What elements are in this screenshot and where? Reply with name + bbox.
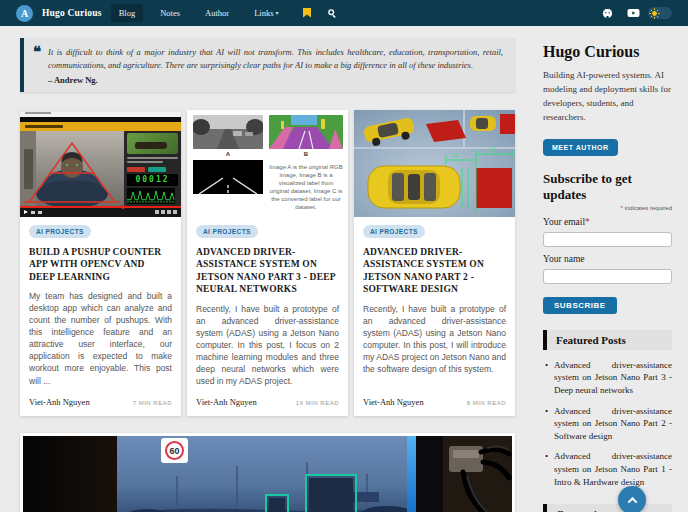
player-settings-icons[interactable] [155, 210, 177, 214]
dim-label-l2: L2 [489, 146, 496, 152]
post-card-pushup: 00012 [20, 110, 181, 417]
post-card-adas-part2: L1 L2 AI PROJECTS ADVANCED DRIVER-ASSIST… [354, 110, 515, 417]
bookmark-icon[interactable] [302, 8, 312, 18]
sidebar-site-title: Hugo Curious [543, 43, 672, 61]
nav-item-author[interactable]: Author [197, 4, 237, 22]
post-title[interactable]: ADVANCED DRIVER-ASSISTANCE SYSTEM ON JET… [363, 246, 506, 296]
post-card-traffic: 60 [20, 433, 515, 512]
image-b-label: B [304, 151, 308, 157]
read-time: 7 MIN READ [133, 400, 172, 406]
featured-posts-heading: Featured Posts [543, 330, 672, 350]
nav-item-blog[interactable]: Blog [111, 4, 144, 22]
read-time: 16 MIN READ [296, 400, 339, 406]
post-card-adas-part3: A [187, 110, 348, 417]
rgb-image [193, 115, 263, 149]
post-author: Viet-Anh Nguyen [196, 397, 257, 407]
dataset-quadrants: A [187, 110, 348, 217]
featured-post-link[interactable]: Advanced driver-assistance system on Jet… [545, 450, 672, 488]
monitor-bezel [23, 436, 117, 512]
post-thumbnail-pushup-video[interactable]: 00012 [20, 110, 181, 217]
subscribe-heading: Subscribe to get updates [543, 171, 672, 203]
post-thumbnail-traffic[interactable]: 60 [23, 436, 512, 512]
post-excerpt: My team has designed and built a desktop… [29, 290, 172, 387]
post-author: Viet-Anh Nguyen [363, 397, 424, 407]
categories-heading: Categories [543, 504, 672, 512]
app-title-banner [20, 122, 181, 131]
name-field[interactable] [543, 269, 672, 284]
nav-item-notes[interactable]: Notes [152, 4, 188, 22]
dataset-caption: Image A is the original RGB image, Image… [269, 163, 343, 212]
post-excerpt: Recently, I have built a prototype of an… [196, 303, 339, 387]
signal-waveform [127, 188, 175, 204]
post-thumbnail-dataset[interactable]: A [187, 110, 348, 217]
quote-icon: ❝ [33, 46, 41, 85]
post-excerpt: Recently, I have built a prototype of an… [363, 303, 506, 375]
pushup-app-window: 00012 [20, 110, 181, 217]
featured-posts-list: Advanced driver-assistance system on Jet… [545, 359, 672, 488]
brand-title[interactable]: Hugo Curious [42, 8, 102, 18]
subscribe-button[interactable]: SUBSCRIBE [543, 297, 617, 314]
speed-limit-value: 60 [169, 446, 179, 456]
play-icon[interactable] [24, 210, 28, 214]
chevron-down-icon: ▾ [276, 10, 279, 16]
app-side-panel: 00012 [124, 131, 181, 206]
nav-links-label: Links [254, 8, 273, 18]
detection-box-car [265, 494, 289, 512]
quote-text: It is difficult to think of a major indu… [48, 46, 503, 72]
traffic-screen: 60 [117, 436, 410, 512]
quote-author: – Andrew Ng. [48, 75, 503, 85]
sidebar: Hugo Curious Building AI-powered systems… [543, 38, 672, 512]
site-logo[interactable]: A [16, 5, 33, 22]
main-column: ❝ It is difficult to think of a major in… [20, 38, 515, 512]
led-light-strip [407, 436, 416, 512]
sidebar-description: Building AI-powered systems. AI modeling… [543, 69, 672, 125]
post-title[interactable]: BUILD A PUSHUP COUNTER APP WITH OPENCV A… [29, 246, 172, 284]
name-label: Your name [543, 254, 672, 264]
youtube-icon[interactable] [627, 8, 640, 18]
logo-letter: A [21, 8, 28, 19]
quote-block: ❝ It is difficult to think of a major in… [20, 38, 515, 92]
featured-post-link[interactable]: Advanced driver-assistance system on Jet… [545, 405, 672, 443]
post-title[interactable]: ADVANCED DRIVER-ASSISTANCE SYSTEM ON JET… [196, 246, 339, 296]
volume-icon[interactable] [38, 211, 42, 214]
category-tag[interactable]: AI PROJECTS [196, 225, 258, 238]
post-author: Viet-Anh Nguyen [29, 397, 90, 407]
github-icon[interactable] [602, 8, 613, 19]
image-a-label: A [226, 151, 230, 157]
featured-post-link[interactable]: Advanced driver-assistance system on Jet… [545, 359, 672, 397]
next-icon[interactable] [31, 211, 35, 214]
required-note: * indicates required [543, 205, 672, 211]
instruction-image [127, 133, 178, 155]
detection-box-truck [305, 474, 357, 512]
read-time: 8 MIN READ [467, 400, 506, 406]
post-thumbnail-car-sim[interactable]: L1 L2 [354, 110, 515, 217]
scroll-to-top-button[interactable] [618, 486, 646, 512]
video-player-bar[interactable] [20, 206, 181, 217]
email-label: Your email* [543, 217, 672, 227]
jetson-hardware [443, 436, 512, 512]
segmentation-image [269, 115, 343, 149]
dim-label-l1: L1 [452, 152, 459, 158]
top-navbar: A Hugo Curious Blog Notes Author Links▾ [0, 0, 688, 26]
video-progress-bar[interactable] [20, 206, 181, 208]
nav-item-links[interactable]: Links▾ [246, 4, 286, 22]
converted-label-image [193, 160, 263, 194]
chevron-up-icon [627, 496, 637, 506]
car-simulation-render: L1 L2 [354, 110, 515, 217]
email-field[interactable] [543, 232, 672, 247]
theme-toggle[interactable] [648, 7, 672, 19]
category-tag[interactable]: AI PROJECTS [29, 225, 91, 238]
webcam-feed [20, 131, 124, 206]
pushup-counter-display: 00012 [127, 174, 178, 186]
post-grid: 00012 [20, 110, 515, 417]
category-tag[interactable]: AI PROJECTS [363, 225, 425, 238]
search-icon[interactable] [327, 8, 337, 18]
meet-author-button[interactable]: MEET AUTHOR [543, 139, 618, 156]
sun-icon [649, 8, 660, 19]
speed-limit-sign: 60 [161, 438, 188, 463]
